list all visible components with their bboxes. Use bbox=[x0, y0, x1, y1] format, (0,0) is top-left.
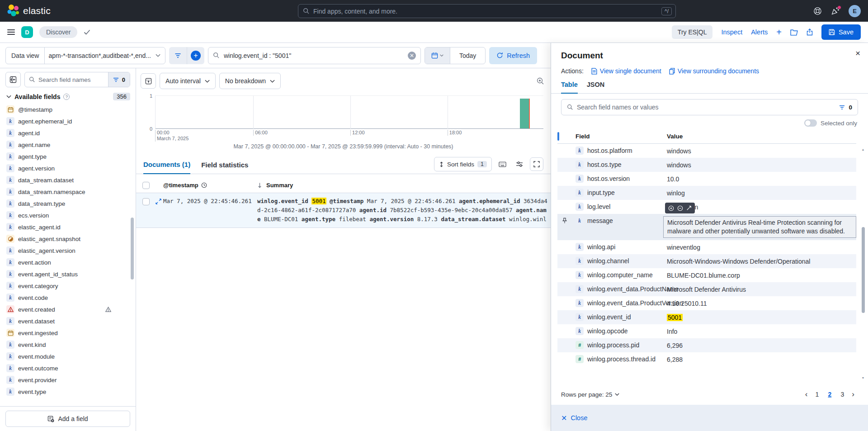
filter-for-icon[interactable] bbox=[668, 205, 674, 211]
field-list-item[interactable]: kevent.code bbox=[0, 292, 136, 303]
try-esql-button[interactable]: Try ES|QL bbox=[672, 25, 713, 39]
page-button[interactable]: 3 bbox=[836, 389, 848, 399]
page-button[interactable]: 1 bbox=[811, 389, 823, 399]
help-icon[interactable] bbox=[813, 7, 822, 15]
next-page-icon[interactable]: › bbox=[849, 390, 857, 399]
avatar[interactable]: E bbox=[849, 5, 861, 17]
space-badge[interactable]: D bbox=[21, 26, 33, 38]
close-flyout-icon[interactable]: × bbox=[855, 49, 860, 57]
field-list-item[interactable]: kagent.type bbox=[0, 151, 136, 162]
table-row[interactable]: kinput.typewinlog bbox=[557, 186, 856, 200]
flyout-field-search[interactable]: 0 bbox=[561, 99, 858, 115]
date-quick-select-button[interactable] bbox=[425, 47, 450, 64]
folder-icon[interactable] bbox=[790, 29, 798, 36]
tab-documents[interactable]: Documents (1) bbox=[143, 161, 190, 174]
breadcrumb[interactable]: Discover bbox=[39, 26, 77, 38]
display-options-icon[interactable] bbox=[513, 157, 526, 171]
summary-column-header[interactable]: Summary bbox=[266, 182, 293, 189]
document-row[interactable]: Mar 7, 2025 @ 22:45:46.261 winlog.event_… bbox=[136, 193, 551, 228]
edit-visualization-icon[interactable] bbox=[536, 77, 544, 85]
field-list-item[interactable]: event.created bbox=[0, 303, 136, 315]
global-search[interactable]: ^/ bbox=[298, 4, 676, 18]
table-row[interactable]: kwinlog.computer_nameBLUME-DC01.blume.co… bbox=[557, 268, 856, 282]
hide-chart-button[interactable] bbox=[141, 73, 156, 89]
field-list-item[interactable]: kevent.module bbox=[0, 350, 136, 362]
whats-new-icon[interactable] bbox=[831, 7, 840, 15]
field-list-item[interactable]: kevent.kind bbox=[0, 339, 136, 350]
filter-icon[interactable] bbox=[839, 105, 845, 110]
table-row[interactable]: kwinlog.event_data.ProductNameMicrosoft … bbox=[557, 282, 856, 296]
table-row[interactable]: kwinlog.opcodeInfo bbox=[557, 324, 856, 338]
select-all-checkbox[interactable] bbox=[557, 132, 559, 141]
field-list-item[interactable]: kevent.outcome bbox=[0, 362, 136, 374]
table-row[interactable]: kwinlog.apiwineventlog bbox=[557, 240, 856, 254]
fullscreen-icon[interactable] bbox=[530, 157, 543, 171]
table-row[interactable]: kwinlog.channelMicrosoft-Windows-Windows… bbox=[557, 254, 856, 268]
collapse-sidebar-button[interactable] bbox=[5, 72, 21, 87]
sidebar-scrollbar[interactable] bbox=[131, 218, 134, 279]
elastic-logo[interactable]: elastic bbox=[7, 4, 51, 18]
data-view-picker[interactable]: Data view apm-*-transaction*,auditbeat-*… bbox=[5, 47, 165, 64]
table-row[interactable]: klog.levelinformation bbox=[557, 200, 856, 214]
field-list-item[interactable]: kagent.version bbox=[0, 162, 136, 174]
filter-out-icon[interactable] bbox=[677, 205, 683, 211]
query-text-input[interactable] bbox=[224, 52, 404, 59]
alerts-link[interactable]: Alerts bbox=[751, 28, 768, 36]
view-single-document-link[interactable]: View single document bbox=[591, 67, 661, 75]
field-list-item[interactable]: kevent.agent_id_status bbox=[0, 268, 136, 280]
row-checkbox[interactable] bbox=[142, 198, 150, 205]
sort-fields-button[interactable]: Sort fields 1 bbox=[434, 157, 492, 171]
breakdown-select[interactable]: No breakdown bbox=[219, 73, 281, 89]
field-search-input[interactable] bbox=[38, 76, 105, 83]
field-list-item[interactable]: kevent.dataset bbox=[0, 315, 136, 327]
select-all-checkbox[interactable] bbox=[142, 182, 150, 189]
table-row[interactable]: kmessageMicrosoft Defender Antivirus Rea… bbox=[557, 214, 856, 240]
previous-page-icon[interactable]: ‹ bbox=[802, 390, 811, 399]
table-row[interactable]: kwinlog.event_data.ProductVersion4.18.25… bbox=[557, 296, 856, 310]
sort-desc-icon[interactable] bbox=[257, 182, 262, 188]
share-icon[interactable] bbox=[807, 28, 813, 36]
rows-per-page-button[interactable]: Rows per page: 25 bbox=[561, 391, 619, 398]
flyout-table-scrollbar[interactable]: ▲▼ bbox=[860, 148, 866, 379]
filter-menu-button[interactable] bbox=[169, 47, 187, 64]
field-list-item[interactable]: kdata_stream.dataset bbox=[0, 174, 136, 186]
add-icon[interactable]: + bbox=[776, 28, 782, 37]
flyout-search-input[interactable] bbox=[577, 104, 835, 111]
field-list-item[interactable]: elastic_agent.snapshot bbox=[0, 233, 136, 245]
tab-field-statistics[interactable]: Field statistics bbox=[201, 161, 248, 174]
expand-document-icon[interactable] bbox=[153, 199, 163, 204]
tab-table[interactable]: Table bbox=[561, 81, 578, 94]
field-list-item[interactable]: event.ingested bbox=[0, 327, 136, 339]
cell-actions-toolbar[interactable] bbox=[665, 203, 695, 213]
table-row[interactable]: khost.os.typewindows bbox=[557, 158, 856, 172]
inspect-link[interactable]: Inspect bbox=[721, 28, 742, 36]
expand-cell-icon[interactable] bbox=[686, 205, 692, 211]
field-list-item[interactable]: kelastic_agent.id bbox=[0, 221, 136, 233]
table-row[interactable]: #winlog.process.thread.id6,288 bbox=[557, 352, 856, 366]
field-filter-button[interactable]: 0 bbox=[108, 72, 130, 87]
save-button[interactable]: Save bbox=[821, 24, 861, 40]
field-column-header[interactable]: Field bbox=[576, 133, 667, 140]
add-filter-button[interactable]: + bbox=[187, 47, 204, 64]
timestamp-column-header[interactable]: @timestamp bbox=[163, 182, 198, 189]
pin-icon[interactable] bbox=[562, 218, 567, 224]
field-list-item[interactable]: kevent.action bbox=[0, 256, 136, 268]
field-list-item[interactable]: kevent.provider bbox=[0, 374, 136, 386]
keyboard-shortcuts-icon[interactable] bbox=[495, 157, 509, 171]
query-input[interactable]: ✕ bbox=[208, 47, 421, 64]
menu-icon[interactable] bbox=[7, 29, 15, 35]
field-list-item[interactable]: kecs.version bbox=[0, 209, 136, 221]
time-range-label[interactable]: Today bbox=[450, 52, 485, 59]
table-row[interactable]: #winlog.process.pid6,296 bbox=[557, 338, 856, 352]
tab-json[interactable]: JSON bbox=[587, 81, 605, 93]
close-flyout-button[interactable]: ✕ Close bbox=[561, 414, 587, 422]
field-list-item[interactable]: kagent.ephemeral_id bbox=[0, 115, 136, 127]
selected-only-toggle[interactable] bbox=[804, 119, 817, 127]
focused-value-cell[interactable]: Microsoft Defender Antivirus Real-time P… bbox=[663, 216, 856, 238]
global-search-input[interactable] bbox=[313, 8, 658, 15]
table-row[interactable]: kwinlog.event_id5001 bbox=[557, 310, 856, 324]
field-list-item[interactable]: kelastic_agent.version bbox=[0, 245, 136, 256]
field-list-item[interactable]: kevent.category bbox=[0, 280, 136, 292]
table-row[interactable]: khost.os.platformwindows bbox=[557, 144, 856, 158]
table-row[interactable]: khost.os.version10.0 bbox=[557, 172, 856, 186]
